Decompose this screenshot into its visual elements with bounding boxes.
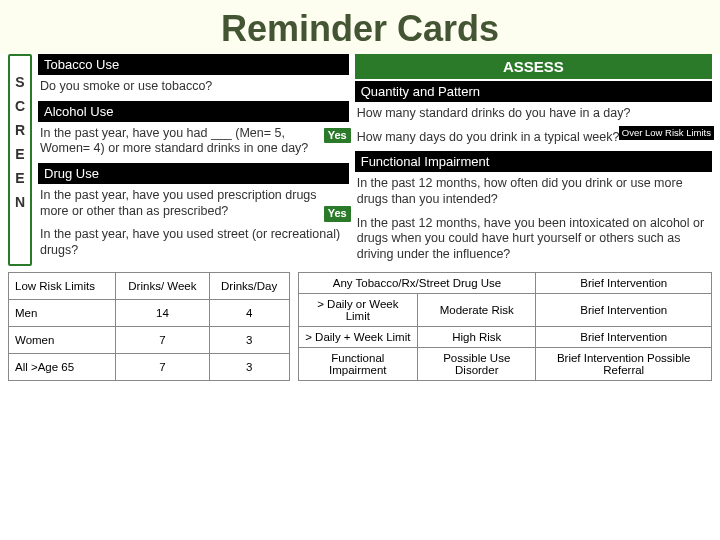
tobacco-question: Do you smoke or use tobacco? [38,77,349,99]
page-title: Reminder Cards [0,0,720,54]
functional-impairment-header: Functional Impairment [355,151,712,172]
right-column: ASSESS Quantity and Pattern How many sta… [355,54,712,266]
drug-question-2: In the past year, have you used street (… [38,225,349,262]
table-cell: Brief Intervention [536,327,712,348]
table-row: > Daily + Week Limit High Risk Brief Int… [298,327,711,348]
main-layout: S C R E E N Tobacco Use Do you smoke or … [0,54,720,266]
table-row: > Daily or Week Limit Moderate Risk Brie… [298,294,711,327]
fi-q2: In the past 12 months, have you been int… [355,214,712,267]
fi-q1: In the past 12 months, how often did you… [355,174,712,211]
screen-letter: E [15,170,24,186]
assess-q2-text: How many days do you drink in a typical … [357,130,620,144]
alcohol-header: Alcohol Use [38,101,349,122]
table-header: Brief Intervention [536,273,712,294]
table-cell: 3 [209,327,289,354]
drug-header: Drug Use [38,163,349,184]
table-cell: > Daily + Week Limit [298,327,418,348]
table-header: Drinks/ Week [116,273,210,300]
screen-acronym: S C R E E N [8,54,32,266]
table-row: All >Age 65 7 3 [9,354,290,381]
table-row: Any Tobacco/Rx/Street Drug Use Brief Int… [298,273,711,294]
tables-row: Low Risk Limits Drinks/ Week Drinks/Day … [0,266,720,389]
table-cell: Men [9,300,116,327]
table-cell: Moderate Risk [418,294,536,327]
tobacco-header: Tobacco Use [38,54,349,75]
table-cell: Brief Intervention Possible Referral [536,348,712,381]
table-cell: Functional Impairment [298,348,418,381]
table-cell: 4 [209,300,289,327]
assess-header: ASSESS [355,54,712,79]
table-cell: > Daily or Week Limit [298,294,418,327]
table-row: Functional Impairment Possible Use Disor… [298,348,711,381]
screen-letter: R [15,122,25,138]
table-header: Low Risk Limits [9,273,116,300]
table-row: Women 7 3 [9,327,290,354]
table-cell: 3 [209,354,289,381]
quantity-pattern-header: Quantity and Pattern [355,81,712,102]
alcohol-question-text: In the past year, have you had ___ (Men=… [40,126,308,156]
left-column: Tobacco Use Do you smoke or use tobacco?… [38,54,349,266]
table-header: Any Tobacco/Rx/Street Drug Use [298,273,536,294]
table-cell: 7 [116,327,210,354]
yes-badge: Yes [324,128,351,144]
assess-q1: How many standard drinks do you have in … [355,104,712,126]
drug-question-1-text: In the past year, have you used prescrip… [40,188,317,218]
table-cell: High Risk [418,327,536,348]
screen-letter: S [15,74,24,90]
table-cell: 14 [116,300,210,327]
table-cell: Women [9,327,116,354]
alcohol-question: In the past year, have you had ___ (Men=… [38,124,349,161]
screen-letter: E [15,146,24,162]
intervention-table: Any Tobacco/Rx/Street Drug Use Brief Int… [298,272,712,381]
screen-letter: C [15,98,25,114]
yes-badge: Yes [324,206,351,222]
assess-q2: How many days do you drink in a typical … [355,128,712,150]
table-row: Men 14 4 [9,300,290,327]
screen-letter: N [15,194,25,210]
low-risk-limits-table: Low Risk Limits Drinks/ Week Drinks/Day … [8,272,290,381]
table-cell: Possible Use Disorder [418,348,536,381]
table-header: Drinks/Day [209,273,289,300]
table-row: Low Risk Limits Drinks/ Week Drinks/Day [9,273,290,300]
table-cell: 7 [116,354,210,381]
drug-question-1: In the past year, have you used prescrip… [38,186,349,223]
table-cell: All >Age 65 [9,354,116,381]
table-cell: Brief Intervention [536,294,712,327]
over-low-risk-box: Over Low Risk Limits [619,126,714,140]
